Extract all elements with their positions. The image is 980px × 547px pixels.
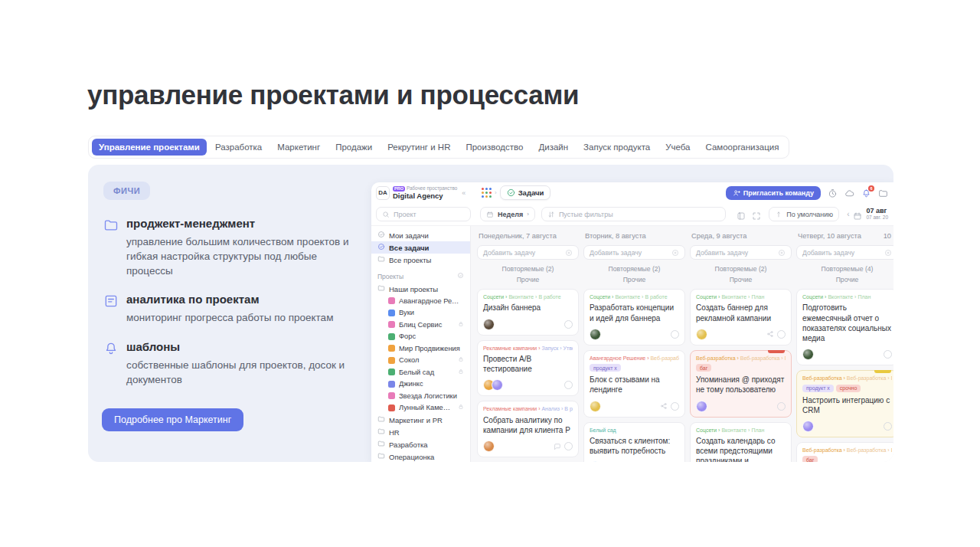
group-label[interactable]: Повторяемые (2)	[690, 265, 792, 273]
complete-checkbox[interactable]	[777, 330, 786, 339]
project-item[interactable]: Лунный Камень Инно...	[371, 402, 470, 414]
expand-icon[interactable]	[752, 210, 761, 219]
project-item[interactable]: Мир Продвижения	[371, 342, 470, 355]
complete-checkbox[interactable]	[884, 422, 892, 431]
project-item[interactable]: Форс	[371, 331, 470, 343]
category-tab-5[interactable]: Производство	[459, 139, 530, 156]
complete-checkbox[interactable]	[671, 330, 679, 339]
add-task-input[interactable]: Добавить задачу	[477, 245, 579, 260]
project-item[interactable]: Вуки	[371, 307, 470, 319]
project-item[interactable]: Звезда Логистики	[371, 390, 470, 402]
group-label[interactable]: Повторяемые (4)	[796, 265, 893, 273]
task-card[interactable]: Соцсети › Вконтакте › ПланСоздать календ…	[690, 422, 792, 462]
project-search-input[interactable]: Проект	[376, 207, 471, 221]
task-card[interactable]: Соцсети › Вконтакте › ПланПодготовить еж…	[796, 289, 893, 365]
group-label[interactable]: Прочие	[477, 276, 579, 283]
category-tab-7[interactable]: Запуск продукта	[577, 139, 657, 156]
category-tab-6[interactable]: Дизайн	[531, 139, 575, 156]
avatar	[590, 329, 601, 340]
group-label[interactable]: Повторяемые (2)	[583, 265, 685, 273]
card-assignees	[802, 349, 811, 360]
breadcrumb-segment: Запуск ›	[541, 346, 563, 351]
timer-icon[interactable]	[828, 188, 838, 198]
task-card[interactable]: Веб-разработка › Веб-разработка › Планба…	[690, 350, 792, 418]
project-item[interactable]: Сокол	[371, 355, 470, 367]
category-tab-8[interactable]: Учеба	[658, 139, 697, 156]
task-card[interactable]: Веб-разработка › Веб-разработка › Планпр…	[796, 370, 893, 437]
sidebar-folder-item[interactable]: Маркетинг и PR	[371, 414, 470, 426]
document-icon	[103, 293, 119, 309]
complete-checkbox[interactable]	[564, 381, 573, 389]
project-item[interactable]: Джинкс	[371, 378, 470, 391]
task-card[interactable]: Соцсети › Вконтакте › В работеРазработат…	[583, 289, 685, 346]
category-tab-1[interactable]: Разработка	[208, 139, 269, 156]
sidebar-folder-item[interactable]: Операционка	[371, 450, 470, 462]
task-card[interactable]: Рекламные кампании › Запуск › Утверждени…	[477, 340, 579, 397]
sidebar-folder-item[interactable]: HR	[371, 426, 470, 438]
workspace-switcher[interactable]: DA PRO Рабочее пространство Digital Agen…	[376, 186, 475, 200]
avatar	[696, 329, 707, 340]
project-item[interactable]: Авангардное Решение	[371, 295, 470, 307]
complete-checkbox[interactable]	[671, 402, 679, 411]
complete-checkbox[interactable]	[564, 442, 573, 450]
folder-icon[interactable]	[878, 188, 888, 198]
tab-tasks[interactable]: Задачи	[500, 185, 551, 200]
project-item[interactable]: Блиц Сервис	[371, 319, 470, 331]
category-tab-4[interactable]: Рекрутинг и HR	[381, 139, 457, 156]
task-card[interactable]: Белый садСвязаться с клиентом: выявить п…	[583, 422, 685, 462]
card-meta	[696, 401, 786, 412]
add-task-input[interactable]: Добавить задачу	[796, 245, 893, 260]
apps-grid-icon[interactable]	[482, 188, 492, 198]
grid-dot	[489, 192, 492, 194]
group-label[interactable]: Прочие	[690, 276, 792, 283]
task-card[interactable]: Соцсети › Вконтакте › В работеДизайн бан…	[477, 289, 579, 336]
complete-checkbox[interactable]	[564, 320, 573, 329]
group-label[interactable]: Повторяемые (2)	[477, 265, 579, 273]
date-display[interactable]: 07 авг 07 авг. 20	[866, 208, 888, 220]
project-color-swatch	[388, 310, 395, 316]
sidebar-item-1[interactable]: Все задачи	[371, 241, 470, 254]
folder-icon	[103, 218, 119, 233]
complete-checkbox[interactable]	[777, 402, 786, 411]
category-tab-2[interactable]: Маркетинг	[270, 139, 327, 156]
sidebar-item-0[interactable]: Мои задачи	[371, 229, 470, 241]
group-label[interactable]: Прочие	[583, 276, 685, 283]
cta-button[interactable]: Подробнее про Маркетинг	[102, 408, 243, 431]
task-card[interactable]: Авангардное Решение › Веб-разработка › П…	[583, 350, 685, 418]
category-tab-3[interactable]: Продажи	[328, 139, 379, 156]
complete-checkbox[interactable]	[884, 350, 892, 359]
sort-selector[interactable]: По умолчанию	[769, 207, 839, 221]
task-card[interactable]: Веб-разработка › Веб-разработка › В рабб…	[796, 442, 893, 462]
plus-circle-icon	[565, 246, 573, 260]
invite-team-button[interactable]: Пригласить команду	[726, 186, 821, 200]
group-label[interactable]: Прочие	[796, 276, 893, 283]
category-tab-9[interactable]: Самоорганизация	[698, 139, 786, 156]
sidebar-folder-item[interactable]: Разработка	[371, 438, 470, 450]
breadcrumb-segment: Вконтакте ›	[721, 427, 751, 433]
task-card[interactable]: Рекламные кампании › Анализ › В работеСо…	[477, 401, 579, 457]
sidebar-collapse-icon[interactable]: «	[462, 189, 466, 197]
calendar-icon[interactable]	[853, 210, 862, 219]
avatar	[483, 441, 495, 452]
add-task-input[interactable]: Добавить задачу	[690, 245, 792, 260]
cloud-icon[interactable]	[844, 188, 854, 198]
add-task-input[interactable]: Добавить задачу	[583, 245, 685, 260]
card-assignees	[483, 379, 500, 391]
breadcrumb-segment: Веб-разработка ›	[847, 447, 891, 453]
sidebar-group-our-projects[interactable]: Наши проекты	[371, 283, 470, 295]
folder-icon	[377, 427, 385, 437]
project-name: Белый сад	[399, 368, 454, 376]
sidebar-item-2[interactable]: Все проекты	[371, 254, 470, 266]
category-tab-0[interactable]: Управление проектами	[92, 139, 207, 156]
target-icon[interactable]	[457, 272, 464, 280]
project-item[interactable]: Белый сад	[371, 366, 470, 378]
project-name: Сокол	[399, 356, 454, 364]
filters-input[interactable]: Пустые фильтры	[541, 207, 726, 221]
card-breadcrumb: Белый сад	[590, 427, 679, 434]
period-selector[interactable]: Неделя ›	[480, 207, 535, 221]
card-icons	[564, 381, 573, 389]
chevron-left-icon[interactable]: ‹	[847, 210, 849, 218]
notifications-bell-icon[interactable]: 6	[861, 188, 871, 198]
task-card[interactable]: Соцсети › Вконтакте › ПланСоздать баннер…	[690, 289, 792, 346]
board-view-icon[interactable]	[737, 210, 746, 219]
